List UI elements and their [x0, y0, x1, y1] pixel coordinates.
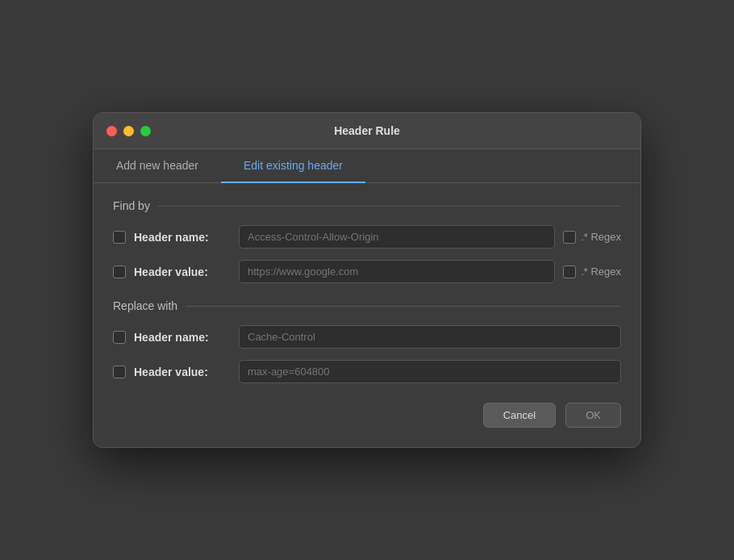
- header-value-find-regex-label: .* Regex: [581, 265, 621, 278]
- dialog-content: Find by Header name: .* Regex Header val…: [94, 183, 640, 447]
- tabs-container: Add new header Edit existing header: [94, 149, 640, 183]
- header-value-replace-input[interactable]: [239, 360, 621, 383]
- title-bar: Header Rule: [94, 113, 640, 149]
- minimize-button[interactable]: [123, 126, 134, 136]
- header-value-find-checkbox[interactable]: [113, 265, 126, 278]
- header-name-find-label: Header name:: [134, 231, 231, 244]
- header-name-find-row: Header name: .* Regex: [113, 225, 621, 249]
- header-value-find-row: Header value: .* Regex: [113, 260, 621, 283]
- cancel-button[interactable]: Cancel: [483, 403, 556, 428]
- replace-with-label: Replace with: [113, 299, 621, 312]
- tab-edit-existing-header[interactable]: Edit existing header: [221, 149, 365, 183]
- find-by-label: Find by: [113, 199, 621, 212]
- header-name-replace-input[interactable]: [239, 325, 621, 349]
- dialog-title: Header Rule: [334, 124, 400, 137]
- header-value-find-regex-checkbox[interactable]: [563, 265, 576, 278]
- header-name-find-regex-checkbox[interactable]: [563, 231, 576, 244]
- header-value-find-input[interactable]: [239, 260, 555, 283]
- header-value-find-label: Header value:: [134, 265, 231, 278]
- header-name-replace-checkbox[interactable]: [113, 331, 126, 344]
- header-value-replace-label: Header value:: [134, 366, 231, 378]
- header-value-replace-row: Header value:: [113, 360, 621, 383]
- header-value-find-regex-group: .* Regex: [563, 265, 621, 278]
- tab-add-new-header[interactable]: Add new header: [94, 149, 221, 183]
- maximize-button[interactable]: [140, 126, 151, 136]
- header-name-find-regex-group: .* Regex: [563, 231, 621, 244]
- header-name-replace-label: Header name:: [134, 331, 231, 344]
- header-value-replace-checkbox[interactable]: [113, 366, 126, 378]
- header-name-find-checkbox[interactable]: [113, 231, 126, 244]
- ok-button[interactable]: OK: [565, 403, 621, 428]
- replace-with-section: Replace with Header name: Header value:: [113, 299, 621, 383]
- header-name-find-regex-label: .* Regex: [581, 231, 621, 243]
- close-button[interactable]: [106, 126, 117, 136]
- header-rule-dialog: Header Rule Add new header Edit existing…: [93, 112, 641, 448]
- traffic-lights: [106, 126, 151, 136]
- button-row: Cancel OK: [113, 403, 621, 428]
- find-by-section: Find by Header name: .* Regex Header val…: [113, 199, 621, 283]
- header-name-replace-row: Header name:: [113, 325, 621, 349]
- header-name-find-input[interactable]: [239, 225, 555, 249]
